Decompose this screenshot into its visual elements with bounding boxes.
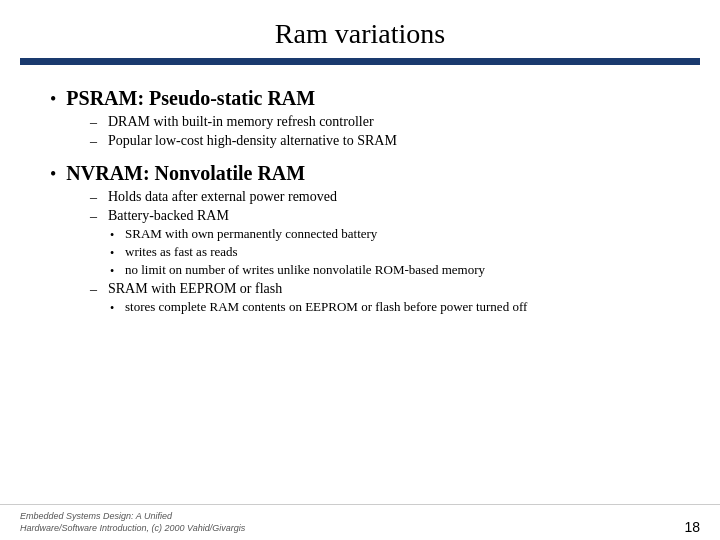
battery-backed-subitems: • SRAM with own permanently connected ba… — [110, 226, 670, 279]
psram-subitem-0: – DRAM with built-in memory refresh cont… — [90, 114, 670, 131]
page-number: 18 — [684, 519, 700, 535]
battery-sub-1: • writes as fast as reads — [110, 244, 670, 261]
content-area: • PSRAM: Pseudo-static RAM – DRAM with b… — [0, 65, 720, 504]
nvram-subitem-1: – Battery-backed RAM — [90, 208, 670, 225]
nvram-subitems: – Holds data after external power remove… — [90, 187, 670, 316]
psram-subitems: – DRAM with built-in memory refresh cont… — [90, 112, 670, 150]
dash-icon: – — [90, 190, 100, 206]
nvram-label: NVRAM: Nonvolatile RAM — [66, 162, 305, 185]
footer: Embedded Systems Design: A Unified Hardw… — [0, 504, 720, 540]
battery-sub-2: • no limit on number of writes unlike no… — [110, 262, 670, 279]
psram-subitem-1: – Popular low-cost high-density alternat… — [90, 133, 670, 150]
nvram-subitem-0: – Holds data after external power remove… — [90, 189, 670, 206]
small-dot-icon: • — [110, 301, 118, 316]
battery-sub-1-text: writes as fast as reads — [125, 244, 238, 260]
nvram-subitem-1-text: Battery-backed RAM — [108, 208, 229, 224]
eeprom-subitems: • stores complete RAM contents on EEPROM… — [110, 299, 670, 316]
eeprom-sub-0: • stores complete RAM contents on EEPROM… — [110, 299, 670, 316]
dash-icon: – — [90, 134, 100, 150]
footer-line2: Hardware/Software Introduction, (c) 2000… — [20, 522, 245, 535]
nvram-subitem-2-text: SRAM with EEPROM or flash — [108, 281, 282, 297]
psram-label: PSRAM: Pseudo-static RAM — [66, 87, 315, 110]
small-dot-icon: • — [110, 264, 118, 279]
footer-citation: Embedded Systems Design: A Unified Hardw… — [20, 510, 245, 535]
psram-main-bullet: • PSRAM: Pseudo-static RAM — [50, 87, 670, 110]
nvram-subitem-2: – SRAM with EEPROM or flash — [90, 281, 670, 298]
footer-line1: Embedded Systems Design: A Unified — [20, 510, 245, 523]
nvram-main-bullet: • NVRAM: Nonvolatile RAM — [50, 162, 670, 185]
title-area: Ram variations — [0, 0, 720, 58]
bullet-dot-psram: • — [50, 89, 56, 110]
dash-icon: – — [90, 209, 100, 225]
dash-icon: – — [90, 115, 100, 131]
slide: Ram variations • PSRAM: Pseudo-static RA… — [0, 0, 720, 540]
small-dot-icon: • — [110, 228, 118, 243]
psram-subitem-0-text: DRAM with built-in memory refresh contro… — [108, 114, 374, 130]
battery-sub-0-text: SRAM with own permanently connected batt… — [125, 226, 377, 242]
eeprom-sub-0-text: stores complete RAM contents on EEPROM o… — [125, 299, 527, 315]
nvram-subitem-0-text: Holds data after external power removed — [108, 189, 337, 205]
slide-title: Ram variations — [40, 18, 680, 50]
bullet-dot-nvram: • — [50, 164, 56, 185]
battery-sub-0: • SRAM with own permanently connected ba… — [110, 226, 670, 243]
dash-icon: – — [90, 282, 100, 298]
blue-divider-bar — [20, 58, 700, 65]
small-dot-icon: • — [110, 246, 118, 261]
battery-sub-2-text: no limit on number of writes unlike nonv… — [125, 262, 485, 278]
psram-subitem-1-text: Popular low-cost high-density alternativ… — [108, 133, 397, 149]
